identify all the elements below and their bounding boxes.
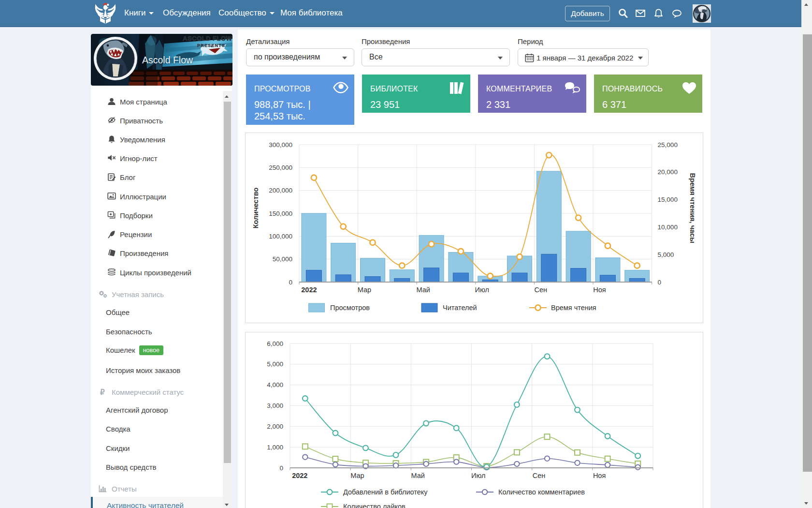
svg-text:Ноя: Ноя — [593, 472, 606, 479]
svg-text:0: 0 — [658, 279, 662, 286]
svg-text:Количество комментариев: Количество комментариев — [498, 488, 585, 496]
svg-text:ASCOLD FLOW: ASCOLD FLOW — [183, 35, 232, 42]
svg-text:Май: Май — [416, 286, 430, 294]
svg-text:4,000: 4,000 — [267, 381, 283, 388]
svg-text:Июл: Июл — [475, 286, 489, 294]
svg-text:Просмотров: Просмотров — [330, 304, 370, 312]
svg-text:0: 0 — [279, 464, 283, 472]
svg-text:Мар: Мар — [350, 472, 364, 479]
svg-text:1,000: 1,000 — [267, 444, 283, 451]
svg-text:25,000: 25,000 — [658, 141, 678, 149]
svg-text:Июл: Июл — [471, 472, 485, 479]
svg-text:100,000: 100,000 — [269, 233, 292, 240]
svg-text:₽: ₽ — [100, 388, 105, 396]
svg-text:200,000: 200,000 — [269, 187, 292, 194]
svg-text:300,000: 300,000 — [269, 141, 292, 149]
svg-text:6,000: 6,000 — [267, 340, 283, 347]
svg-text:Ноя: Ноя — [593, 286, 606, 294]
svg-text:Мар: Мар — [358, 286, 371, 294]
svg-text:50,000: 50,000 — [273, 255, 292, 263]
svg-text:Время чтения, часы: Время чтения, часы — [689, 173, 696, 243]
svg-text:250,000: 250,000 — [269, 164, 292, 171]
svg-text:0: 0 — [289, 279, 292, 286]
svg-text:10,000: 10,000 — [658, 224, 678, 231]
svg-text:Количество: Количество — [252, 188, 260, 229]
svg-text:5,000: 5,000 — [658, 251, 674, 258]
svg-text:2022: 2022 — [301, 286, 317, 294]
svg-text:Май: Май — [411, 472, 424, 479]
svg-text:3,000: 3,000 — [267, 402, 283, 409]
svg-text:Количество лайков: Количество лайков — [343, 503, 406, 508]
svg-text:2,000: 2,000 — [267, 423, 283, 430]
svg-text:Время чтения: Время чтения — [551, 304, 596, 312]
svg-text:Сен: Сен — [535, 286, 548, 294]
svg-text:2022: 2022 — [292, 472, 307, 479]
svg-text:PRESENTS: PRESENTS — [197, 43, 225, 48]
svg-text:20,000: 20,000 — [658, 168, 678, 176]
svg-text:15,000: 15,000 — [658, 196, 678, 203]
svg-text:Читателей: Читателей — [443, 304, 477, 312]
svg-text:Добавлений в библиотеку: Добавлений в библиотеку — [343, 488, 428, 496]
svg-text:Сен: Сен — [533, 472, 546, 479]
svg-text:150,000: 150,000 — [269, 210, 292, 217]
svg-text:5,000: 5,000 — [267, 360, 283, 368]
